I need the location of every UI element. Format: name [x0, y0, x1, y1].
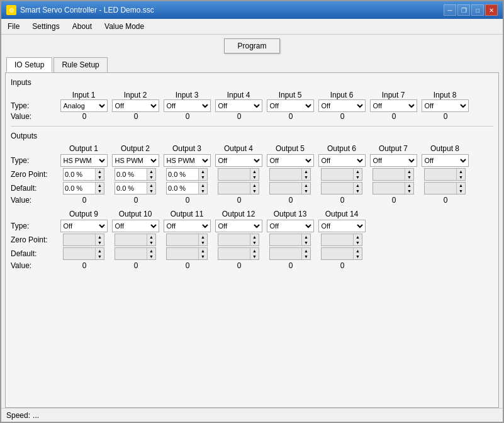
input-3-type-select[interactable]: OffAnalogDigital	[164, 99, 211, 112]
output-3-default-down[interactable]: ▼	[198, 188, 207, 194]
output-4-default-up[interactable]: ▲	[250, 183, 259, 188]
output-6-type-select[interactable]: OffHS PWMDigital Out	[318, 154, 366, 167]
output-2-type-select[interactable]: HS PWMOffDigital Out	[112, 154, 159, 167]
output-11-default-up[interactable]: ▲	[198, 248, 207, 254]
output-2-default-up[interactable]: ▲	[147, 183, 155, 188]
output-14-zero-down[interactable]: ▼	[353, 240, 362, 245]
output-10-default-down[interactable]: ▼	[147, 254, 155, 259]
input-1-type-select[interactable]: AnalogOffDigital	[60, 99, 108, 112]
output-8-default-up[interactable]: ▲	[456, 183, 465, 188]
restore-button[interactable]: ❐	[457, 4, 470, 16]
output-11-default-down[interactable]: ▼	[198, 254, 207, 259]
output-5-default-up[interactable]: ▲	[301, 183, 310, 188]
menu-settings[interactable]: Settings	[26, 20, 65, 33]
input-5-type-cell: OffAnalogDigital	[264, 99, 316, 112]
output-4-default-down[interactable]: ▼	[250, 188, 259, 194]
output-8-default-down[interactable]: ▼	[456, 188, 465, 194]
input-6-type-select[interactable]: OffAnalogDigital	[318, 99, 366, 112]
output-9-zero-down[interactable]: ▼	[95, 240, 104, 245]
tab-io-setup[interactable]: IO Setup	[6, 57, 52, 72]
input-4-type-select[interactable]: OffAnalogDigital	[215, 99, 262, 112]
output-10-zero-down[interactable]: ▼	[147, 240, 155, 245]
output-12-type-select[interactable]: OffHS PWM	[215, 220, 262, 232]
minimize-button[interactable]: ─	[444, 4, 456, 16]
output-7-zero-down[interactable]: ▼	[405, 174, 413, 180]
output-7-zero-up[interactable]: ▲	[405, 169, 413, 174]
output-4-type-select[interactable]: OffHS PWMDigital Out	[215, 154, 262, 167]
output-12-default-up[interactable]: ▲	[250, 248, 259, 254]
output-6-default-up[interactable]: ▲	[353, 183, 362, 188]
output-13-default-up[interactable]: ▲	[301, 248, 310, 254]
output-3-zero-down[interactable]: ▼	[198, 174, 207, 180]
close-button[interactable]: ✕	[485, 4, 498, 16]
output-2-zero-up[interactable]: ▲	[147, 169, 155, 174]
output-13-default-down[interactable]: ▼	[301, 254, 310, 259]
output-1-default-up[interactable]: ▲	[95, 183, 104, 188]
output-2-zero-input[interactable]	[115, 169, 147, 180]
output-5-zero-up[interactable]: ▲	[301, 169, 310, 174]
output-4-zero-up[interactable]: ▲	[250, 169, 259, 174]
output-9-zero-up[interactable]: ▲	[95, 234, 104, 240]
output-12-zero-down[interactable]: ▼	[250, 240, 259, 245]
output-2-default-input[interactable]	[115, 183, 147, 194]
output-1-default-down[interactable]: ▼	[95, 188, 104, 194]
output-1-zero-up[interactable]: ▲	[95, 169, 104, 174]
output-5-type-select[interactable]: OffHS PWMDigital Out	[267, 154, 314, 167]
output-10-default-up[interactable]: ▲	[147, 248, 155, 254]
output-5-zero-down[interactable]: ▼	[301, 174, 310, 180]
output-14-zero-up[interactable]: ▲	[353, 234, 362, 240]
output-13-zero-up[interactable]: ▲	[301, 234, 310, 240]
window-controls: ─ ❐ □ ✕	[444, 4, 498, 16]
output-6-default-down[interactable]: ▼	[353, 188, 362, 194]
output-8-type-select[interactable]: OffHS PWMDigital Out	[422, 154, 469, 167]
output-4-zero-down[interactable]: ▼	[250, 174, 259, 180]
program-button[interactable]: Program	[224, 38, 279, 54]
output-13-zero-down[interactable]: ▼	[301, 240, 310, 245]
maximize-button[interactable]: □	[471, 4, 484, 16]
output-14-default-down[interactable]: ▼	[353, 254, 362, 259]
inputs-type-row: Type: AnalogOffDigital OffAnalogDigital …	[11, 99, 493, 112]
output-1-zero-down[interactable]: ▼	[95, 174, 104, 180]
output-14-default-up[interactable]: ▲	[353, 248, 362, 254]
output-9-default-up[interactable]: ▲	[95, 248, 104, 254]
output-12-zero-up[interactable]: ▲	[250, 234, 259, 240]
output-10-zero-up[interactable]: ▲	[147, 234, 155, 240]
menu-about[interactable]: About	[66, 20, 98, 33]
output-2-zero-down[interactable]: ▼	[147, 174, 155, 180]
output-3-zero-up[interactable]: ▲	[198, 169, 207, 174]
output-13-zero-input	[270, 234, 301, 245]
menu-value-mode[interactable]: Value Mode	[98, 20, 150, 33]
output-5-default-down[interactable]: ▼	[301, 188, 310, 194]
tab-rule-setup[interactable]: Rule Setup	[53, 57, 107, 72]
inputs-value-row: Value: 0 0 0 0 0 0 0 0	[11, 112, 493, 121]
output-8-zero-up[interactable]: ▲	[456, 169, 465, 174]
output-10-type-select[interactable]: OffHS PWM	[112, 220, 159, 232]
output-3-default-up[interactable]: ▲	[198, 183, 207, 188]
output-11-type-select[interactable]: OffHS PWM	[164, 220, 211, 232]
output-13-type-select[interactable]: OffHS PWM	[267, 220, 314, 232]
menu-file[interactable]: File	[1, 20, 26, 33]
output-6-zero-down[interactable]: ▼	[353, 174, 362, 180]
input-8-type-select[interactable]: OffAnalogDigital	[422, 99, 469, 112]
output-7-default-up[interactable]: ▲	[405, 183, 413, 188]
input-5-type-select[interactable]: OffAnalogDigital	[267, 99, 314, 112]
output-6-zero-up[interactable]: ▲	[353, 169, 362, 174]
output-3-type-select[interactable]: HS PWMOffDigital Out	[164, 154, 211, 167]
output-9-default-down[interactable]: ▼	[95, 254, 104, 259]
input-2-type-select[interactable]: OffAnalogDigital	[112, 99, 159, 112]
output-1-default-input[interactable]	[64, 183, 95, 194]
output-11-zero-up[interactable]: ▲	[198, 234, 207, 240]
output-2-default-down[interactable]: ▼	[147, 188, 155, 194]
input-7-type-select[interactable]: OffAnalogDigital	[370, 99, 417, 112]
output-12-default-down[interactable]: ▼	[250, 254, 259, 259]
output-7-type-select[interactable]: OffHS PWMDigital Out	[370, 154, 417, 167]
output-3-default-input[interactable]	[167, 183, 198, 194]
output-11-zero-down[interactable]: ▼	[198, 240, 207, 245]
output-1-type-select[interactable]: HS PWMOffDigital Out	[60, 154, 108, 167]
output-14-type-select[interactable]: OffHS PWM	[318, 220, 366, 232]
output-9-type-select[interactable]: OffHS PWM	[60, 220, 108, 232]
output-7-default-down[interactable]: ▼	[405, 188, 413, 194]
output-1-zero-input[interactable]	[64, 169, 95, 180]
output-3-zero-input[interactable]	[167, 169, 198, 180]
output-8-zero-down[interactable]: ▼	[456, 174, 465, 180]
